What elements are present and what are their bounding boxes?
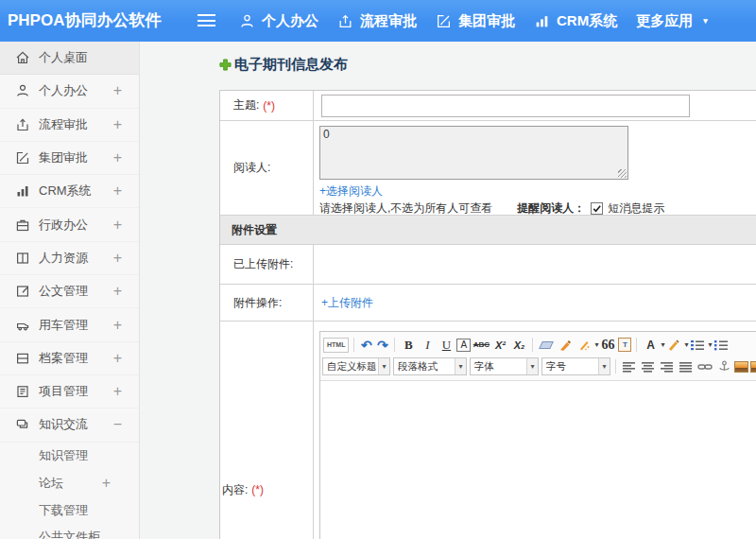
subscript-button[interactable]: X₂ [510,336,527,354]
unordered-list-icon[interactable] [713,336,730,354]
undo-icon[interactable]: ↶ [359,336,373,354]
sidebar-item-personal-desktop[interactable]: 个人桌面 [0,42,139,75]
expand-toggle-icon[interactable]: + [113,149,122,166]
sidebar-item-archive-management[interactable]: 档案管理+ [0,342,139,375]
select-font-size[interactable]: 字号▾ [541,357,610,375]
expand-toggle-icon[interactable]: + [102,475,111,492]
app-header: PHPOA协同办公软件 个人办公流程审批集团审批CRM系统更多应用▾ [0,0,756,42]
required-mark: (*) [263,99,275,113]
cycle-icon [15,117,30,132]
required-mark: (*) [251,483,264,496]
uploaded-attachments-row: 已上传附件: [220,245,756,285]
anchor-icon[interactable] [715,357,732,375]
bold-button[interactable]: B [400,336,417,354]
subject-row: 主题: (*) [220,91,756,121]
readers-hint: 请选择阅读人,不选为所有人可查看 提醒阅读人： 短消息提示 [319,200,664,217]
chevron-down-icon[interactable]: ▾ [378,358,389,374]
chevron-down-icon[interactable]: ▾ [455,358,466,374]
sidebar-item-download-management[interactable]: 下载管理 [0,496,139,524]
italic-button[interactable]: I [419,336,436,354]
paste-text-icon[interactable]: T [618,338,631,352]
upload-attachment-link[interactable]: +上传附件 [321,295,373,311]
expand-toggle-icon[interactable]: + [113,82,122,99]
sms-label: 短消息提示 [608,200,664,217]
blockquote-button[interactable]: 66 [599,336,616,354]
sidebar-item-group-approval[interactable]: 集团审批+ [0,142,139,175]
chart-icon [534,13,550,29]
add-icon [219,59,232,71]
superscript-button[interactable]: X² [491,336,508,354]
resize-handle[interactable] [618,169,627,178]
editor-content-area[interactable] [320,381,756,539]
underline-button[interactable]: U [438,336,455,354]
sidebar-item-public-file-cabinet[interactable]: 公共文件柜 [0,524,139,539]
expand-toggle-icon[interactable]: + [113,383,122,400]
expand-toggle-icon[interactable]: + [113,116,122,133]
editor-toolbar: HTML ↶ ↷ B I U A ABC X² X₂ [320,332,756,381]
font-box-button[interactable]: A [456,339,471,352]
align-left-icon[interactable] [621,357,638,375]
edit-icon [15,150,30,165]
font-color-button[interactable]: A [642,336,659,354]
select-paragraph-format[interactable]: 段落格式▾ [393,357,467,375]
expand-toggle-icon[interactable]: + [113,283,122,300]
content-row: 内容: (*) HTML ↶ ↷ B I U A ABC [220,322,756,539]
align-justify-icon[interactable] [678,357,695,375]
expand-toggle-icon[interactable]: + [113,217,122,234]
expand-toggle-icon[interactable]: + [113,317,122,334]
expand-toggle-icon[interactable]: + [113,350,122,367]
app-logo[interactable]: PHPOA协同办公软件 [8,0,161,42]
strikethrough-button[interactable]: ABC [472,336,490,354]
sidebar-item-crm-system[interactable]: CRM系统+ [0,175,139,208]
align-center-icon[interactable] [640,357,657,375]
chevron-down-icon[interactable]: ▾ [526,358,538,374]
readers-label: 阅读人: [220,121,314,215]
attachment-section-header: 附件设置 [220,216,756,245]
sidebar-item-admin-office[interactable]: 行政办公+ [0,208,139,241]
attachment-actions-row: 附件操作: +上传附件 [220,285,756,322]
book-icon [15,251,30,266]
remove-format-icon[interactable] [540,341,555,349]
align-right-icon[interactable] [659,357,676,375]
html-source-button[interactable]: HTML [323,338,349,353]
top-nav-group-approval[interactable]: 集团审批 [436,12,515,30]
select-font-family[interactable]: 字体▾ [470,357,539,375]
ordered-list-icon[interactable] [690,336,707,354]
sidebar-item-forum[interactable]: 论坛+ [0,469,139,496]
project-icon [15,384,30,399]
expand-toggle-icon[interactable]: − [113,416,122,433]
sidebar-item-vehicle-management[interactable]: 用车管理+ [0,308,139,341]
uploaded-attachments-label: 已上传附件: [220,245,314,284]
sidebar-item-project-management[interactable]: 项目管理+ [0,375,139,409]
chevron-down-icon[interactable]: ▾ [598,358,610,374]
expand-toggle-icon[interactable]: + [113,250,122,267]
sidebar-item-personal-office[interactable]: 个人办公+ [0,75,139,108]
sidebar-item-workflow-approval[interactable]: 流程审批+ [0,109,139,142]
image-icon[interactable] [734,361,748,373]
top-nav-more-apps[interactable]: 更多应用▾ [636,12,708,30]
choose-readers-link[interactable]: +选择阅读人 [319,183,383,200]
chat-icon [15,417,30,432]
brush-icon[interactable] [557,336,574,354]
readers-textarea[interactable]: 0 [319,126,628,180]
expand-toggle-icon[interactable]: + [113,183,122,200]
sms-checkbox[interactable] [591,202,603,215]
highlight-pen-icon[interactable] [665,336,682,354]
subject-input[interactable] [321,95,690,117]
user-icon [15,83,30,98]
home-icon [15,50,30,65]
top-nav-workflow-approval[interactable]: 流程审批 [337,12,417,30]
menu-toggle-icon[interactable] [198,14,215,30]
sidebar-item-knowledge-exchange[interactable]: 知识交流− [0,409,139,442]
sidebar-item-human-resources[interactable]: 人力资源+ [0,242,139,275]
select-custom-title[interactable]: 自定义标题▾ [322,357,390,375]
format-painter-icon[interactable] [576,336,593,354]
multi-image-icon[interactable] [750,361,756,373]
top-nav-personal-office[interactable]: 个人办公 [239,12,318,30]
top-nav-crm-system[interactable]: CRM系统 [534,12,617,30]
link-icon[interactable] [696,357,713,375]
sidebar-item-document-management[interactable]: 公文管理+ [0,275,139,308]
sidebar-item-knowledge-management[interactable]: 知识管理 [0,443,139,470]
briefcase-icon [15,217,30,233]
redo-icon[interactable]: ↷ [375,336,389,354]
